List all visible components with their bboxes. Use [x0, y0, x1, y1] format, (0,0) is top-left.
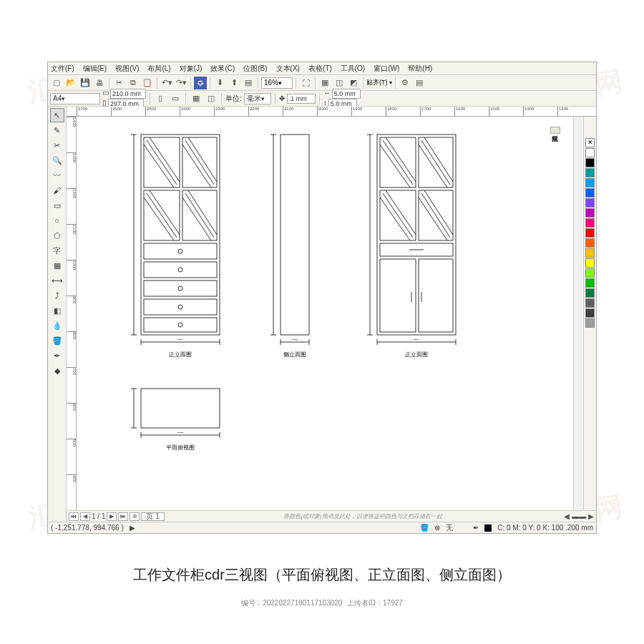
launcher-icon[interactable]: ▤	[413, 77, 426, 89]
color-swatch[interactable]	[585, 208, 595, 218]
grid-icon[interactable]: ◫	[333, 77, 346, 89]
outline-color-swatch[interactable]	[484, 525, 492, 532]
menu-text[interactable]: 文本(X)	[276, 64, 300, 74]
zoom-select[interactable]: 16% ▾	[261, 77, 293, 89]
guides-icon[interactable]: ◩	[347, 77, 360, 89]
page-tab[interactable]: 页 1	[141, 512, 164, 521]
current-page-icon[interactable]: ◫	[205, 92, 218, 105]
new-icon[interactable]: ▢	[50, 77, 63, 89]
first-page-icon[interactable]: ⏮	[69, 512, 79, 521]
polygon-tool-icon[interactable]: ⬠	[50, 228, 64, 243]
undo-icon[interactable]: ↶▾	[160, 77, 173, 89]
page-width-input[interactable]: 210.0 mm	[110, 89, 146, 99]
dimension-tool-icon[interactable]: ⟷	[50, 273, 64, 288]
publish-icon[interactable]: ▤	[242, 77, 255, 89]
paper-size-select[interactable]: A4 ▾	[50, 93, 100, 104]
ellipse-tool-icon[interactable]: ○	[50, 213, 64, 228]
svg-line-52	[421, 140, 450, 185]
landscape-icon[interactable]: ▭	[169, 92, 182, 105]
save-icon[interactable]: 💾	[79, 77, 92, 89]
portrait-icon[interactable]: ▯	[154, 92, 167, 105]
color-swatch[interactable]	[585, 248, 595, 258]
cabinet-front-view-2: — 正立面图	[363, 127, 463, 364]
freehand-tool-icon[interactable]: 〰	[50, 168, 64, 182]
menu-view[interactable]: 视图(V)	[115, 64, 139, 74]
horizontal-ruler[interactable]: 2700260025002400230022002100200019001800…	[67, 107, 596, 117]
color-swatch[interactable]	[585, 178, 595, 187]
color-swatch[interactable]	[585, 188, 595, 197]
color-swatch[interactable]	[585, 278, 595, 288]
outline-info: C: 0 M: 0 Y: 0 K: 100 .200 mm	[497, 524, 593, 532]
fill-swatch-icon[interactable]: 🪣	[420, 524, 429, 532]
vertical-scrollbar[interactable]	[573, 117, 583, 510]
add-page-icon[interactable]: ⊕	[130, 512, 140, 521]
toolbox: ↖ ✎ ✂ 🔍 〰 🖌 ▭ ○ ⬠ 字 ▦ ⟷ ⤴ ◧ 💧 🪣 ✒ ◆	[48, 107, 67, 522]
print-icon[interactable]: 🖶	[93, 77, 106, 89]
color-swatch[interactable]	[585, 258, 595, 268]
shape-tool-icon[interactable]: ✎	[50, 123, 64, 137]
color-swatch[interactable]	[585, 198, 595, 208]
drawing-canvas[interactable]: — 正立面图 — 侧立面图	[77, 117, 573, 510]
outline-pen-icon[interactable]: ✒	[473, 524, 479, 532]
crop-tool-icon[interactable]: ✂	[50, 138, 64, 152]
menu-help[interactable]: 帮助(H)	[408, 64, 432, 74]
paste-icon[interactable]: 📋	[141, 77, 154, 89]
fullscreen-icon[interactable]: ⛶	[299, 77, 312, 89]
rectangle-tool-icon[interactable]: ▭	[50, 198, 64, 213]
next-page-icon[interactable]: ▶	[107, 512, 117, 521]
zoom-tool-icon[interactable]: 🔍	[50, 153, 64, 167]
docker-object-properties[interactable]: 对象属性	[550, 127, 560, 134]
no-color-swatch[interactable]: ✕	[585, 138, 595, 147]
svg-text:—: —	[177, 336, 183, 342]
color-swatch[interactable]	[585, 158, 595, 167]
menu-object[interactable]: 对象(J)	[180, 64, 203, 74]
color-swatch[interactable]	[585, 288, 595, 298]
color-swatch[interactable]	[585, 228, 595, 238]
options-icon[interactable]: ⚙	[399, 77, 411, 89]
menu-window[interactable]: 窗口(W)	[374, 64, 399, 74]
artistic-media-icon[interactable]: 🖌	[50, 183, 64, 197]
svg-rect-17	[144, 243, 217, 259]
vertical-ruler[interactable]: 14001300120011001000900800700600500400	[67, 117, 77, 510]
all-pages-icon[interactable]: ▦	[190, 92, 203, 105]
snap-label[interactable]: 贴齐(T)	[366, 78, 388, 87]
text-tool-icon[interactable]: 字	[50, 243, 64, 258]
color-swatch[interactable]	[585, 298, 595, 308]
menu-file[interactable]: 文件(F)	[51, 64, 74, 74]
color-swatch[interactable]	[585, 238, 595, 248]
color-swatch[interactable]	[585, 308, 595, 318]
fill-tool-icon[interactable]: 🪣	[50, 333, 64, 348]
cut-icon[interactable]: ✂	[112, 77, 125, 89]
search-icon[interactable]: ⯐	[194, 77, 207, 89]
table-tool-icon[interactable]: ▦	[50, 258, 64, 273]
menu-edit[interactable]: 编辑(E)	[83, 64, 107, 74]
color-swatch[interactable]	[585, 218, 595, 228]
color-swatch[interactable]	[585, 148, 595, 157]
export-icon[interactable]: ⬆	[228, 77, 240, 89]
redo-icon[interactable]: ↷▾	[175, 77, 187, 89]
last-page-icon[interactable]: ⏭	[118, 512, 128, 521]
no-fill-icon: ⊗	[434, 524, 440, 532]
color-swatch[interactable]	[585, 168, 595, 177]
open-icon[interactable]: 📂	[64, 77, 77, 89]
color-swatch[interactable]	[585, 268, 595, 278]
color-swatch[interactable]	[585, 318, 595, 328]
import-icon[interactable]: ⬇	[213, 77, 226, 89]
rulers-icon[interactable]: ▦	[318, 77, 331, 89]
connector-tool-icon[interactable]: ⤴	[50, 288, 64, 303]
pick-tool-icon[interactable]: ↖	[50, 108, 64, 122]
menu-tools[interactable]: 工具(O)	[341, 64, 365, 74]
effects-tool-icon[interactable]: ◧	[50, 303, 64, 318]
copy-icon[interactable]: ⧉	[127, 77, 140, 89]
interactive-fill-icon[interactable]: ◆	[50, 364, 64, 378]
eyedropper-tool-icon[interactable]: 💧	[50, 318, 64, 333]
menu-bitmap[interactable]: 位图(B)	[243, 64, 267, 74]
dup-x-input[interactable]: 5.0 mm	[332, 89, 361, 99]
nudge-input[interactable]: .1 mm	[287, 94, 316, 104]
prev-page-icon[interactable]: ◀	[80, 512, 90, 521]
menu-effects[interactable]: 效果(C)	[210, 64, 235, 74]
outline-tool-icon[interactable]: ✒	[50, 348, 64, 363]
menu-table[interactable]: 表格(T)	[308, 64, 332, 74]
units-select[interactable]: 毫米▾	[244, 93, 271, 104]
menu-layout[interactable]: 布局(L)	[147, 64, 170, 74]
